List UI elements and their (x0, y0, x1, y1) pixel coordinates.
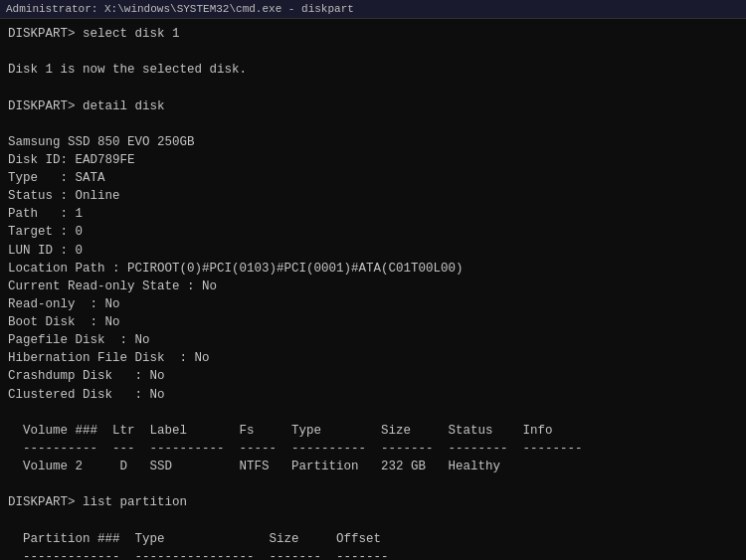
title-bar-label: Administrator: X:\windows\SYSTEM32\cmd.e… (6, 3, 354, 15)
title-bar: Administrator: X:\windows\SYSTEM32\cmd.e… (0, 0, 746, 19)
terminal-body[interactable]: DISKPART> select disk 1 Disk 1 is now th… (0, 19, 746, 560)
cmd-window: Administrator: X:\windows\SYSTEM32\cmd.e… (0, 0, 746, 560)
